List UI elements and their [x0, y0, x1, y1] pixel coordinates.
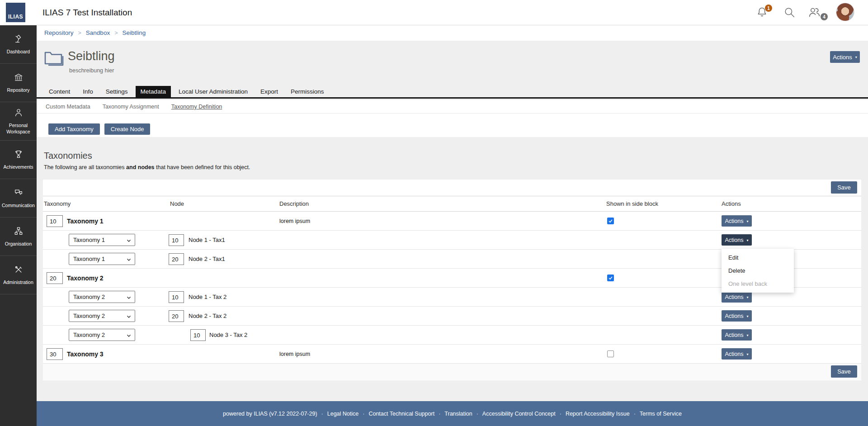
sidebar-item-communication[interactable]: Communication [0, 179, 37, 218]
order-input[interactable] [47, 348, 63, 360]
folder-icon [44, 49, 65, 68]
row-actions-label: Actions [725, 351, 743, 357]
shown-in-side-block-checkbox[interactable] [607, 350, 614, 357]
top-header: ILIAS ILIAS 7 Test Installation 1 4 [0, 0, 868, 25]
sidebar-item-dashboard[interactable]: Dashboard [0, 25, 37, 64]
order-input[interactable] [47, 215, 63, 227]
node-order-input[interactable] [169, 253, 184, 265]
create-node-button[interactable]: Create Node [104, 123, 151, 135]
footer-separator: · [363, 411, 364, 417]
search-icon [783, 6, 795, 18]
breadcrumb-link-sandbox[interactable]: Sandbox [86, 29, 110, 36]
taxonomy-select[interactable]: Taxonomy 1 [69, 253, 135, 265]
save-button-bottom[interactable]: Save [831, 365, 857, 378]
breadcrumb-separator: > [114, 30, 118, 36]
node-name: Node 2 - Tax1 [189, 250, 225, 269]
taxonomy-description: lorem ipsum [279, 345, 310, 364]
row-actions-button[interactable]: Actions▾ [722, 291, 752, 303]
search-button[interactable] [783, 6, 795, 18]
footer-link-report-accessibility-issue[interactable]: Report Accessibility Issue [566, 411, 630, 417]
table-row-taxonomy-1: Taxonomy 1lorem ipsumActions▾ [43, 212, 861, 231]
communication-icon [14, 188, 24, 199]
page-footer: powered by ILIAS (v7.12 2022-07-29)·Lega… [37, 401, 868, 426]
taxonomy-name: Taxonomy 2 [67, 269, 104, 288]
tab-bar: ContentInfoSettingsMetadataLocal User Ad… [44, 86, 332, 97]
taxonomy-select-value: Taxonomy 1 [73, 237, 105, 243]
breadcrumb-link-repository[interactable]: Repository [44, 29, 74, 36]
footer-link-accessibility-control-concept[interactable]: Accessibility Control Concept [482, 411, 556, 417]
user-avatar[interactable] [836, 3, 854, 21]
node-name: Node 2 - Tax 2 [189, 307, 226, 326]
sidebar-item-administration[interactable]: Administration [0, 256, 37, 294]
sidebar-item-label: Administration [3, 279, 33, 285]
users-icon [807, 5, 821, 19]
taxonomy-select-value: Taxonomy 1 [73, 256, 105, 262]
taxonomy-select[interactable]: Taxonomy 1 [69, 234, 135, 246]
tab-permissions[interactable]: Permissions [286, 86, 329, 97]
tab-info[interactable]: Info [78, 86, 98, 97]
sidebar-item-personal-workspace[interactable]: Personal Workspace [0, 102, 37, 141]
row-actions-button[interactable]: Actions▾ [722, 348, 752, 360]
node-name: Node 1 - Tax 2 [189, 288, 226, 307]
shown-in-side-block-checkbox[interactable] [607, 218, 614, 224]
taxonomy-select-value: Taxonomy 2 [73, 312, 105, 319]
breadcrumb-bar: Repository>Sandbox>Seibtling [37, 25, 868, 41]
footer-link-legal-notice[interactable]: Legal Notice [327, 411, 359, 417]
taxonomy-select[interactable]: Taxonomy 2 [69, 310, 135, 322]
menu-item-edit[interactable]: Edit [722, 251, 794, 264]
subtab-taxonomy-definition[interactable]: Taxonomy Definition [171, 104, 222, 110]
breadcrumb-link-seibtling[interactable]: Seibtling [122, 29, 146, 36]
tab-metadata[interactable]: Metadata [136, 86, 171, 97]
footer-separator: · [476, 411, 478, 417]
personal-workspace-icon [14, 108, 24, 119]
footer-separator: · [321, 411, 323, 417]
row-actions-button[interactable]: Actions▾ [722, 215, 752, 227]
row-actions-label: Actions [725, 332, 743, 338]
shown-in-side-block-checkbox[interactable] [607, 275, 614, 281]
app-title: ILIAS 7 Test Installation [42, 0, 132, 25]
sidebar-item-organisation[interactable]: Organisation [0, 218, 37, 256]
sidebar-item-label: Repository [7, 87, 29, 93]
footer-link-terms-of-service[interactable]: Terms of Service [640, 411, 682, 417]
object-header: Seibtling beschreibung hier Actions▾ Con… [37, 41, 868, 99]
page-actions-button[interactable]: Actions▾ [830, 51, 860, 63]
footer-link-translation[interactable]: Translation [444, 411, 472, 417]
node-order-input[interactable] [190, 329, 206, 341]
subtab-custom-metadata[interactable]: Custom Metadata [46, 104, 90, 110]
save-button-top[interactable]: Save [831, 181, 857, 194]
footer-link-contact-technical-support[interactable]: Contact Technical Support [368, 411, 434, 417]
row-actions-label: Actions [725, 218, 743, 224]
table-row-taxonomy-3: Taxonomy 3lorem ipsumActions▾ [43, 345, 861, 364]
contacts-button[interactable] [807, 5, 821, 19]
ilias-logo[interactable]: ILIAS [6, 3, 25, 22]
tab-export[interactable]: Export [255, 86, 283, 97]
notification-count-badge: 1 [765, 5, 772, 12]
sidebar-item-label: Organisation [5, 241, 32, 247]
tab-content[interactable]: Content [44, 86, 75, 97]
row-actions-button[interactable]: Actions▾ [722, 329, 752, 341]
column-header-node: Node [170, 200, 184, 207]
node-order-input[interactable] [169, 291, 184, 303]
dashboard-icon [14, 34, 24, 46]
chevron-down-icon: ▾ [746, 315, 748, 318]
form-command-row-top: Save [43, 180, 861, 196]
order-input[interactable] [47, 272, 63, 284]
add-taxonomy-button[interactable]: Add Taxonomy [48, 123, 100, 135]
subtab-taxonomy-assignment[interactable]: Taxonomy Assignment [103, 104, 159, 110]
sidebar-item-achievements[interactable]: Achievements [0, 141, 37, 179]
menu-item-delete[interactable]: Delete [722, 264, 794, 277]
row-actions-button[interactable]: Actions▾ [722, 234, 752, 246]
chevron-down-icon: ▾ [855, 56, 857, 59]
taxonomy-select[interactable]: Taxonomy 2 [69, 329, 135, 341]
taxonomy-select[interactable]: Taxonomy 2 [69, 291, 135, 303]
sidebar-item-repository[interactable]: Repository [0, 64, 37, 102]
organisation-icon [14, 226, 24, 238]
tab-settings[interactable]: Settings [101, 86, 133, 97]
column-header-description: Description [279, 200, 309, 207]
node-order-input[interactable] [169, 310, 184, 322]
row-actions-button[interactable]: Actions▾ [722, 310, 752, 322]
node-order-input[interactable] [169, 234, 184, 246]
tab-local-user-administration[interactable]: Local User Administration [174, 86, 253, 97]
page-subtitle: beschreibung hier [69, 67, 114, 74]
main-sidebar: DashboardRepositoryPersonal WorkspaceAch… [0, 25, 37, 426]
